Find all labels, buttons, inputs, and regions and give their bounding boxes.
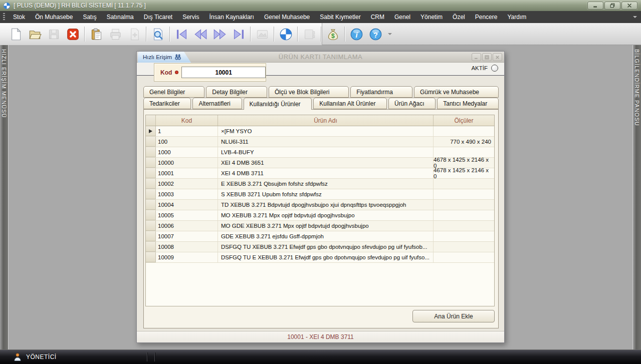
row-selector-cell[interactable]: [146, 179, 156, 189]
money-bag-button[interactable]: $: [324, 25, 342, 43]
cell-kod[interactable]: 10009: [156, 252, 218, 262]
dialog-minimize-button[interactable]: [472, 53, 481, 61]
cell-olculer[interactable]: 4678 x 1425 x 2146 x 0: [434, 158, 494, 168]
cell-olculer[interactable]: [434, 147, 494, 157]
restore-button[interactable]: [604, 2, 620, 10]
table-row[interactable]: 10004TD XEBUB 3.271 Bdpvtujd dpogjhvsbuj…: [146, 200, 494, 210]
paste-button[interactable]: [87, 25, 105, 43]
tab-genel-bilgiler[interactable]: Genel Bilgiler: [143, 86, 204, 98]
cell-kod[interactable]: 10001: [156, 168, 218, 178]
cell-urun-adi[interactable]: NLU6I-311: [218, 137, 434, 147]
cell-urun-adi[interactable]: MO GDE XEBUB 3.271 Mpx opjtf bdpvtujd dp…: [218, 221, 434, 231]
menu-item-d-ticaret[interactable]: Dış Ticaret: [139, 11, 177, 23]
taskbar-user-label[interactable]: YÖNETİCİ: [26, 353, 57, 360]
nav-last-button[interactable]: [230, 25, 248, 43]
cell-olculer[interactable]: [434, 242, 494, 252]
menu-item-sat-nalma[interactable]: Satınalma: [102, 11, 139, 23]
tab-l-ve-blok-bilgileri[interactable]: Ölçü ve Blok Bilgileri: [269, 86, 349, 98]
quick-access-side-panel[interactable]: HIZLI ERİŞİM MENÜSÜ: [0, 45, 9, 349]
row-selector-cell[interactable]: [146, 189, 156, 199]
open-folder-button[interactable]: [26, 25, 44, 43]
minimize-button[interactable]: [587, 2, 603, 10]
info-board-side-panel[interactable]: BİLGİLENDİRME PANOSU: [632, 45, 641, 349]
pinwheel-button[interactable]: [277, 25, 295, 43]
cell-urun-adi[interactable]: ×[FM YSYO: [218, 126, 434, 136]
tab-tant-c-medyalar[interactable]: Tantıcı Medyalar: [437, 98, 499, 109]
menu-drag-grip[interactable]: [3, 13, 5, 21]
cell-kod[interactable]: 10005: [156, 210, 218, 220]
cell-kod[interactable]: 1000: [156, 147, 218, 157]
cell-kod[interactable]: 10003: [156, 189, 218, 199]
cell-olculer[interactable]: [434, 252, 494, 262]
tab-kullan-lan-alt-r-nler[interactable]: Kullanılan Alt Ürünler: [313, 98, 387, 109]
tab-kullan-ld-r-nler[interactable]: Kullanıldığı Ürünler: [244, 98, 312, 110]
cell-kod[interactable]: 10000: [156, 158, 218, 168]
nav-prev-button[interactable]: [191, 25, 209, 43]
table-row[interactable]: 10008DSFGQ TU XEBUB 3.271 Efwjdf gps gbo…: [146, 242, 494, 252]
toolbar-overflow-icon[interactable]: [388, 33, 392, 35]
cell-urun-adi[interactable]: DSFGQ TU E XEBUB 3.271 Efwjdf gps gbo dp…: [218, 252, 434, 262]
info-button[interactable]: i: [347, 25, 365, 43]
help-button[interactable]: ?: [366, 25, 384, 43]
cell-kod[interactable]: 100: [156, 137, 218, 147]
table-row[interactable]: 10002E XEBUB 3.271 Qbsujbm fofshz sfdpwf…: [146, 179, 494, 189]
row-selector-cell[interactable]: [146, 231, 156, 241]
row-selector-cell[interactable]: [146, 137, 156, 147]
row-selector-cell[interactable]: [146, 168, 156, 178]
cell-urun-adi[interactable]: XEI 4 DMB 3651: [218, 158, 434, 168]
menu-item-pencere[interactable]: Pencere: [470, 11, 503, 23]
table-row[interactable]: 100NLU6I-311770 x 490 x 240: [146, 137, 494, 147]
table-row[interactable]: 10000XEI 4 DMB 36514678 x 1425 x 2146 x …: [146, 158, 494, 168]
table-row[interactable]: 10007GDE XEBUB 3.271 ejsfdu Gsff-dppmjoh: [146, 231, 494, 242]
ana-urun-ekle-button[interactable]: Ana Ürün Ekle: [412, 310, 495, 322]
table-header-olculer[interactable]: Ölçüler: [434, 115, 494, 126]
cell-kod[interactable]: 10007: [156, 231, 218, 241]
table-row[interactable]: 10001XEI 4 DMB 37114678 x 1425 x 2146 x …: [146, 168, 494, 179]
quick-access-tab[interactable]: Hızlı Erişim: [138, 52, 191, 63]
dialog-maximize-button[interactable]: [482, 53, 492, 61]
delete-button[interactable]: [64, 25, 82, 43]
cell-olculer[interactable]: [434, 126, 494, 136]
close-button[interactable]: [621, 2, 637, 10]
cell-kod[interactable]: 1: [156, 126, 218, 136]
table-row[interactable]: 10005MO XEBUB 3.271 Mpx opjtf bdpvtujd d…: [146, 210, 494, 221]
cell-olculer[interactable]: [434, 189, 494, 199]
row-selector-cell[interactable]: [146, 126, 156, 136]
menu-overflow-icon[interactable]: [633, 16, 637, 18]
menu-item-sat[interactable]: Satış: [78, 11, 101, 23]
cell-olculer[interactable]: [434, 231, 494, 241]
cell-urun-adi[interactable]: DSFGQ TU XEBUB 3.271 Efwjdf gps gbo dpot…: [218, 242, 434, 252]
tab-g-mr-k-ve-muhasebe[interactable]: Gümrük ve Muhasebe: [414, 86, 499, 98]
table-row[interactable]: 1000LVB-4-BUFY: [146, 147, 494, 158]
nav-first-button[interactable]: [172, 25, 190, 43]
table-header-kod[interactable]: Kod: [156, 115, 218, 126]
cell-kod[interactable]: 10006: [156, 221, 218, 231]
nav-next-button[interactable]: [210, 25, 229, 43]
table-row[interactable]: 10006MO GDE XEBUB 3.271 Mpx opjtf bdpvtu…: [146, 221, 494, 231]
cell-urun-adi[interactable]: LVB-4-BUFY: [218, 147, 434, 157]
cell-kod[interactable]: 10002: [156, 179, 218, 189]
row-selector-cell[interactable]: [146, 147, 156, 157]
menu-item-n-muhasebe[interactable]: Ön Muhasebe: [30, 11, 78, 23]
cell-kod[interactable]: 10008: [156, 242, 218, 252]
menu-item-zel[interactable]: Özel: [448, 11, 470, 23]
cell-olculer[interactable]: [434, 179, 494, 189]
menu-item-crm[interactable]: CRM: [366, 11, 389, 23]
cell-olculer[interactable]: [434, 210, 494, 220]
aktif-radio[interactable]: [491, 65, 498, 72]
menu-item-sabit-k-ymetler[interactable]: Sabit Kıymetler: [315, 11, 365, 23]
row-selector-cell[interactable]: [146, 158, 156, 168]
menu-item-stok[interactable]: Stok: [8, 11, 30, 23]
cell-kod[interactable]: 10004: [156, 200, 218, 210]
tab-r-n-a-ac[interactable]: Ürün Ağacı: [388, 98, 436, 109]
cell-urun-adi[interactable]: S XEBUB 3271 Upubm fofshz sfdpwfsz: [218, 189, 434, 199]
tab-detay-bilgiler[interactable]: Detay Bilgiler: [206, 86, 267, 98]
menu-item-y-netim[interactable]: Yönetim: [415, 11, 448, 23]
cell-urun-adi[interactable]: E XEBUB 3.271 Qbsujbm fofshz sfdpwfsz: [218, 179, 434, 189]
cell-urun-adi[interactable]: MO XEBUB 3.271 Mpx opjtf bdpvtujd dpogjh…: [218, 210, 434, 220]
dialog-close-button[interactable]: [493, 53, 502, 61]
tab-fiyatland-rma[interactable]: Fiyatlandırma: [350, 86, 412, 98]
cell-olculer[interactable]: 770 x 490 x 240: [434, 137, 494, 147]
kod-input[interactable]: [181, 67, 266, 78]
cell-olculer[interactable]: [434, 221, 494, 231]
